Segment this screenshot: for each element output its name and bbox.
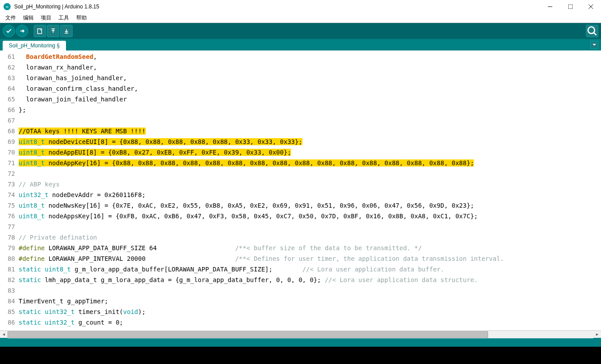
titlebar: ∞ Soil_pH_Monitoring | Arduino 1.8.15 [0, 0, 601, 13]
code-content[interactable]: lorawan_join_failed_handler [18, 94, 601, 105]
code-line[interactable]: 64 lorawan_confirm_class_handler, [0, 83, 601, 94]
code-content[interactable]: uint8_t nodeAppEUI[8] = {0xB8, 0x27, 0xE… [18, 147, 601, 158]
code-content[interactable]: #define LORAWAN_APP_INTERVAL 20000 /**< … [18, 253, 601, 264]
code-content[interactable]: }; [18, 105, 601, 115]
tab-sketch[interactable]: Soil_pH_Monitoring § [3, 41, 66, 50]
line-number: 64 [0, 83, 18, 94]
maximize-button[interactable] [560, 0, 581, 13]
scroll-thumb[interactable] [8, 331, 488, 338]
code-content[interactable]: // ABP keys [18, 179, 601, 190]
line-number: 66 [0, 105, 18, 115]
code-line[interactable]: 75uint8_t nodeNwsKey[16] = {0x7E, 0xAC, … [0, 200, 601, 211]
code-line[interactable]: 82static lmh_app_data_t g_m_lora_app_dat… [0, 275, 601, 285]
code-line[interactable]: 68//OTAA keys !!!! KEYS ARE MSB !!!! [0, 126, 601, 136]
code-content[interactable]: static uint8_t g_m_lora_app_data_buffer[… [18, 264, 601, 275]
code-content[interactable]: static lmh_app_data_t g_m_lora_app_data … [18, 275, 601, 285]
code-content[interactable]: static uint32_t timers_init(void); [18, 306, 601, 317]
code-line[interactable]: 61 BoardGetRandomSeed, [0, 51, 601, 62]
code-content[interactable]: static uint32_t g_count = 0; [18, 317, 601, 328]
tab-menu-button[interactable] [590, 41, 598, 49]
code-content[interactable] [18, 168, 601, 179]
code-line[interactable]: 85static uint32_t timers_init(void); [0, 306, 601, 317]
code-line[interactable]: 74uint32_t nodeDevAddr = 0x260116F8; [0, 190, 601, 200]
code-line[interactable]: 63 lorawan_has_joined_handler, [0, 73, 601, 83]
svg-point-7 [588, 27, 595, 34]
code-line[interactable]: 84TimerEvent_t g_appTimer; [0, 296, 601, 306]
menu-sketch[interactable]: 项目 [37, 13, 55, 23]
menu-file[interactable]: 文件 [2, 13, 19, 23]
line-number: 84 [0, 296, 18, 306]
line-number: 83 [0, 285, 18, 296]
scroll-track[interactable] [8, 331, 593, 338]
code-line[interactable]: 83 [0, 285, 601, 296]
code-content[interactable]: uint8_t nodeAppsKey[16] = {0xFB, 0xAC, 0… [18, 211, 601, 221]
verify-button[interactable] [3, 25, 15, 37]
code-line[interactable]: 67 [0, 115, 601, 126]
code-line[interactable]: 77 [0, 221, 601, 232]
code-content[interactable]: TimerEvent_t g_appTimer; [18, 296, 601, 306]
line-number: 77 [0, 221, 18, 232]
code-line[interactable]: 76uint8_t nodeAppsKey[16] = {0xFB, 0xAC,… [0, 211, 601, 221]
line-number: 61 [0, 51, 18, 62]
code-content[interactable]: // Private defination [18, 232, 601, 243]
horizontal-scrollbar[interactable]: ◄ ► [0, 330, 601, 338]
line-number: 81 [0, 264, 18, 275]
upload-button[interactable] [16, 25, 28, 37]
console-panel [0, 347, 601, 364]
scroll-right-arrow[interactable]: ► [593, 331, 601, 338]
code-content[interactable] [18, 285, 601, 296]
line-number: 73 [0, 179, 18, 190]
line-number: 78 [0, 232, 18, 243]
tab-row: Soil_pH_Monitoring § [0, 39, 601, 50]
line-number: 62 [0, 62, 18, 73]
line-number: 67 [0, 115, 18, 126]
code-content[interactable]: lorawan_has_joined_handler, [18, 73, 601, 83]
save-button[interactable] [60, 25, 73, 37]
code-line[interactable]: 72 [0, 168, 601, 179]
line-number: 69 [0, 136, 18, 147]
line-number: 68 [0, 126, 18, 136]
minimize-button[interactable] [540, 0, 560, 13]
code-content[interactable]: //OTAA keys !!!! KEYS ARE MSB !!!! [18, 126, 601, 136]
code-content[interactable]: uint8_t nodeDeviceEUI[8] = {0x88, 0x88, … [18, 136, 601, 147]
line-number: 71 [0, 158, 18, 168]
code-line[interactable]: 73// ABP keys [0, 179, 601, 190]
code-line[interactable]: 78// Private defination [0, 232, 601, 243]
svg-rect-4 [38, 29, 42, 34]
code-content[interactable] [18, 221, 601, 232]
code-content[interactable]: uint32_t nodeDevAddr = 0x260116F8; [18, 190, 601, 200]
open-button[interactable] [47, 25, 59, 37]
code-content[interactable] [18, 115, 601, 126]
svg-line-8 [594, 33, 597, 35]
serial-monitor-button[interactable] [586, 25, 598, 37]
menubar: 文件 编辑 项目 工具 帮助 [0, 13, 601, 23]
scroll-left-arrow[interactable]: ◄ [0, 331, 8, 338]
code-content[interactable]: uint8_t nodeAppKey[16] = {0x88, 0x88, 0x… [18, 158, 601, 168]
code-content[interactable]: lorawan_confirm_class_handler, [18, 83, 601, 94]
code-line[interactable]: 71uint8_t nodeAppKey[16] = {0x88, 0x88, … [0, 158, 601, 168]
menu-tools[interactable]: 工具 [55, 13, 73, 23]
code-line[interactable]: 79#define LORAWAN_APP_DATA_BUFF_SIZE 64 … [0, 243, 601, 253]
close-button[interactable] [581, 0, 601, 13]
code-content[interactable]: BoardGetRandomSeed, [18, 51, 601, 62]
line-number: 80 [0, 253, 18, 264]
code-line[interactable]: 62 lorawan_rx_handler, [0, 62, 601, 73]
line-number: 72 [0, 168, 18, 179]
line-number: 65 [0, 94, 18, 105]
menu-edit[interactable]: 编辑 [19, 13, 37, 23]
code-line[interactable]: 70uint8_t nodeAppEUI[8] = {0xB8, 0x27, 0… [0, 147, 601, 158]
code-content[interactable]: lorawan_rx_handler, [18, 62, 601, 73]
code-editor[interactable]: 61 BoardGetRandomSeed,62 lorawan_rx_hand… [0, 50, 601, 330]
new-button[interactable] [34, 25, 46, 37]
code-line[interactable]: 66}; [0, 105, 601, 115]
code-content[interactable]: uint8_t nodeNwsKey[16] = {0x7E, 0xAC, 0x… [18, 200, 601, 211]
code-content[interactable]: #define LORAWAN_APP_DATA_BUFF_SIZE 64 /*… [18, 243, 601, 253]
code-line[interactable]: 69uint8_t nodeDeviceEUI[8] = {0x88, 0x88… [0, 136, 601, 147]
menu-help[interactable]: 帮助 [73, 13, 90, 23]
status-bar [0, 338, 601, 347]
code-line[interactable]: 81static uint8_t g_m_lora_app_data_buffe… [0, 264, 601, 275]
code-line[interactable]: 86static uint32_t g_count = 0; [0, 317, 601, 328]
window-title: Soil_pH_Monitoring | Arduino 1.8.15 [14, 4, 99, 10]
code-line[interactable]: 65 lorawan_join_failed_handler [0, 94, 601, 105]
code-line[interactable]: 80#define LORAWAN_APP_INTERVAL 20000 /**… [0, 253, 601, 264]
